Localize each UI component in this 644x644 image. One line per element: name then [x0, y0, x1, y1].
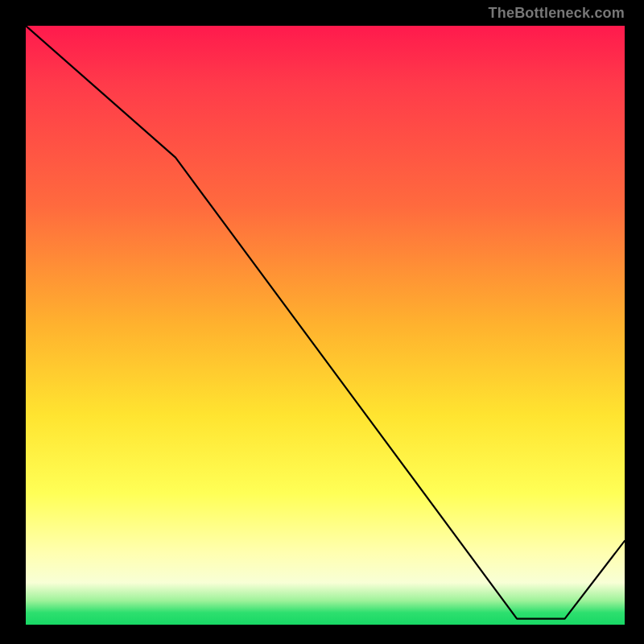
plot-area — [26, 26, 625, 625]
chart-frame: TheBottleneck.com — [0, 0, 644, 644]
series-line — [26, 26, 625, 625]
attribution-text: TheBottleneck.com — [489, 5, 625, 22]
